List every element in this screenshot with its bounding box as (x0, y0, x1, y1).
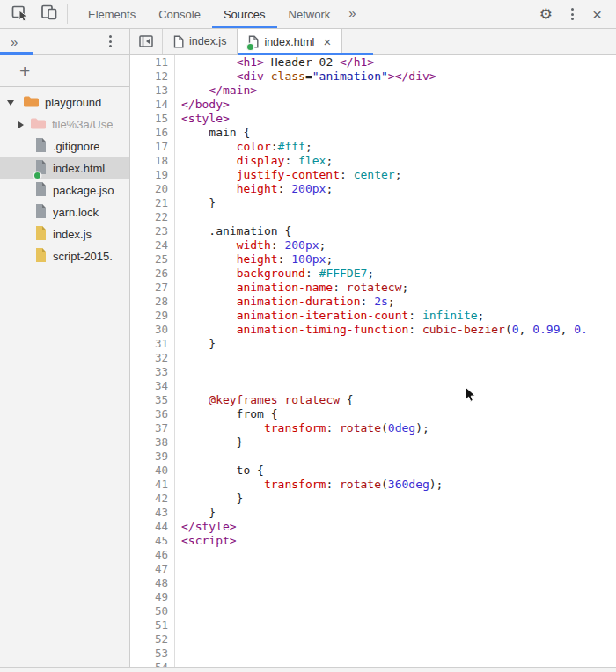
line-number[interactable]: 46 (131, 548, 174, 562)
line-number[interactable]: 22 (131, 210, 174, 224)
tab-network[interactable]: Network (277, 0, 342, 28)
navigator-kebab-icon[interactable] (107, 33, 114, 49)
line-number[interactable]: 42 (131, 492, 174, 506)
line-number[interactable]: 34 (131, 379, 174, 393)
caret-right-icon[interactable] (18, 121, 24, 128)
line-number[interactable]: 20 (131, 182, 174, 196)
code-line[interactable] (181, 618, 616, 632)
code-line[interactable]: transform: rotate(0deg); (181, 421, 616, 435)
code-line[interactable] (181, 562, 616, 576)
line-number[interactable]: 17 (131, 140, 174, 154)
line-number[interactable]: 54 (131, 661, 174, 667)
caret-down-icon[interactable] (7, 100, 14, 106)
code-line[interactable]: from { (181, 407, 616, 421)
code-line[interactable]: display: flex; (181, 154, 616, 168)
tree-item-playground[interactable]: playground (0, 91, 129, 113)
code-line[interactable]: } (181, 506, 616, 520)
line-number[interactable]: 28 (131, 295, 174, 309)
code-line[interactable] (181, 632, 616, 646)
code-line[interactable] (181, 351, 616, 365)
code-line[interactable] (181, 646, 616, 661)
code-line[interactable]: <h1> Header 02 </h1> (181, 55, 616, 69)
line-number[interactable]: 50 (131, 604, 174, 618)
code-line[interactable]: } (181, 435, 616, 449)
line-number[interactable]: 36 (131, 407, 174, 421)
code-line[interactable]: <div class="animation"></div> (181, 69, 616, 84)
line-number-gutter[interactable]: 1112131415161718192021222324252627282930… (131, 55, 175, 667)
line-number[interactable]: 23 (131, 224, 174, 238)
line-number[interactable]: 32 (131, 351, 174, 365)
line-number[interactable]: 12 (131, 69, 174, 84)
tree-item-packagejson[interactable]: package.jso (0, 179, 129, 201)
code-line[interactable]: height: 200px; (181, 182, 616, 196)
tree-item-file3a[interactable]: file%3a/Use (0, 113, 129, 135)
new-file-icon[interactable]: + (0, 62, 30, 80)
code-line[interactable]: @keyframes rotatecw { (181, 393, 616, 407)
settings-gear-icon[interactable]: ⚙ (539, 7, 553, 22)
line-number[interactable]: 18 (131, 154, 174, 168)
line-number[interactable]: 13 (131, 84, 174, 98)
code-line[interactable] (181, 449, 616, 464)
line-number[interactable]: 38 (131, 435, 174, 449)
code-line[interactable]: </main> (181, 84, 616, 98)
code-line[interactable]: to { (181, 464, 616, 478)
code-line[interactable]: </style> (181, 520, 616, 534)
line-number[interactable]: 27 (131, 281, 174, 295)
line-number[interactable]: 49 (131, 590, 174, 604)
code-line[interactable]: } (181, 337, 616, 351)
line-number[interactable]: 31 (131, 337, 174, 351)
code-line[interactable]: color:#fff; (181, 140, 616, 154)
line-number[interactable]: 44 (131, 520, 174, 534)
editor-tab-indexhtml[interactable]: index.html × (237, 29, 342, 55)
code-line[interactable]: <script> (181, 534, 616, 548)
line-number[interactable]: 26 (131, 267, 174, 281)
code-line[interactable] (181, 210, 616, 224)
line-number[interactable]: 43 (131, 506, 174, 520)
line-number[interactable]: 47 (131, 562, 174, 576)
collapse-sidebar-icon[interactable] (130, 29, 163, 54)
editor-tab-indexjs[interactable]: index.js (163, 29, 237, 54)
code-line[interactable]: animation-duration: 2s; (181, 295, 616, 309)
line-number[interactable]: 11 (131, 55, 174, 69)
code-line[interactable]: } (181, 196, 616, 210)
inspect-element-icon[interactable] (11, 4, 29, 25)
code-line[interactable]: </body> (181, 98, 616, 112)
code-line[interactable]: animation-name: rotatecw; (181, 281, 616, 295)
tree-item-indexhtml[interactable]: index.html (0, 157, 129, 179)
line-number[interactable]: 45 (131, 534, 174, 548)
source-code-editor[interactable]: 1112131415161718192021222324252627282930… (131, 55, 616, 667)
code-line[interactable]: <style> (181, 112, 616, 126)
code-line[interactable]: transform: rotate(360deg); (181, 478, 616, 492)
tab-console[interactable]: Console (147, 0, 212, 28)
close-tab-icon[interactable]: × (323, 34, 331, 49)
code-line[interactable]: height: 100px; (181, 252, 616, 267)
tab-elements[interactable]: Elements (77, 0, 147, 28)
device-toolbar-icon[interactable] (40, 4, 58, 25)
line-number[interactable]: 15 (131, 112, 174, 126)
kebab-menu-icon[interactable] (569, 6, 576, 22)
navigator-overflow-icon[interactable]: » (0, 34, 18, 49)
code-line[interactable] (181, 604, 616, 618)
line-number[interactable]: 40 (131, 464, 174, 478)
code-line[interactable]: width: 200px; (181, 238, 616, 252)
code-line[interactable]: .animation { (181, 224, 616, 238)
line-number[interactable]: 35 (131, 393, 174, 407)
line-number[interactable]: 25 (131, 252, 174, 267)
code-line[interactable]: main { (181, 126, 616, 140)
code-line[interactable] (181, 590, 616, 604)
code-line[interactable] (181, 379, 616, 393)
line-number[interactable]: 41 (131, 478, 174, 492)
code-line[interactable]: animation-timing-function: cubic-bezier(… (181, 323, 616, 337)
line-number[interactable]: 48 (131, 576, 174, 590)
tree-item-yarnlock[interactable]: yarn.lock (0, 201, 129, 223)
tree-item-script2015[interactable]: script-2015. (0, 245, 129, 267)
close-devtools-icon[interactable]: × (592, 6, 602, 23)
line-number[interactable]: 30 (131, 323, 174, 337)
tree-item-indexjs[interactable]: index.js (0, 223, 129, 245)
more-panels-icon[interactable]: » (341, 0, 363, 28)
code-line[interactable] (181, 548, 616, 562)
line-number[interactable]: 24 (131, 238, 174, 252)
code-line[interactable]: animation-iteration-count: infinite; (181, 309, 616, 323)
tree-item-gitignore[interactable]: .gitignore (0, 135, 129, 157)
line-number[interactable]: 29 (131, 309, 174, 323)
